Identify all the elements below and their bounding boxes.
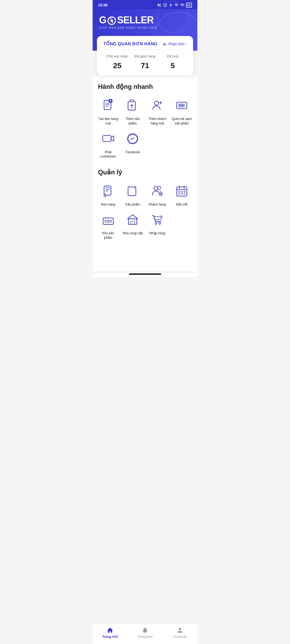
- battery-indicator: 61: [186, 3, 192, 8]
- facebook-icon: [126, 132, 139, 145]
- svg-rect-71: [129, 219, 137, 225]
- mute-icon: [157, 3, 161, 7]
- logo: G SELLER GIÚ: [99, 14, 191, 29]
- logo-o: [106, 15, 117, 25]
- reservation-button[interactable]: Đặt chỗ: [172, 182, 192, 207]
- time: 15:06: [98, 3, 108, 7]
- alarm-icon: [163, 3, 167, 7]
- add-customer-icon: [151, 99, 164, 112]
- wifi-icon: [180, 3, 184, 7]
- products-button[interactable]: Sản phẩm: [123, 182, 143, 207]
- logo-text: G SELLER GIÚ: [99, 14, 157, 29]
- stat-cancelled: Đã huỷ 5: [159, 54, 187, 70]
- svg-rect-65: [181, 193, 183, 194]
- facebook-button[interactable]: Facebook: [123, 130, 143, 159]
- reservation-icon: [175, 185, 188, 197]
- import-button[interactable]: Nhập hàng: [147, 211, 168, 240]
- main-content: Hành động nhanh Tạo đơn hàng mới: [93, 75, 197, 271]
- customers-button[interactable]: Khách hàng: [147, 182, 168, 207]
- bar-chart-icon: [162, 42, 167, 46]
- svg-marker-70: [128, 215, 138, 219]
- quick-actions-row1: Tạo đơn hàng mới Thêm sản phẩm: [98, 97, 192, 126]
- nav-account[interactable]: Tài khoản: [162, 627, 197, 639]
- stat-delivered: Đã giao hàng 71: [131, 54, 159, 70]
- supplier-button[interactable]: Nhà cung cấp: [123, 211, 143, 240]
- logo-o-svg: [106, 15, 117, 25]
- quick-actions-title: Hành động nhanh: [98, 83, 192, 90]
- add-customer-button[interactable]: Thêm khách hàng mới: [147, 97, 168, 126]
- bottom-nav: Trang chủ Thông báo Tài khoản: [93, 623, 197, 644]
- add-product-button[interactable]: Thêm sản phẩm: [123, 97, 143, 126]
- livestream-icon: [102, 132, 115, 145]
- quick-actions-row2: Phát Livestream Facebook: [98, 130, 192, 159]
- status-icons: 61: [157, 3, 192, 8]
- import-icon: [151, 213, 164, 226]
- home-indicator: [129, 273, 161, 275]
- svg-point-33: [104, 195, 105, 196]
- nav-notifications[interactable]: Thông báo: [128, 627, 162, 639]
- svg-point-48: [135, 187, 136, 188]
- add-product-icon: [126, 99, 139, 112]
- svg-rect-66: [184, 193, 185, 194]
- orders-icon: [102, 185, 115, 197]
- scan-barcode-button[interactable]: Quét mã vạch sản phẩm: [172, 97, 192, 126]
- svg-point-77: [161, 217, 161, 217]
- svg-rect-72: [131, 221, 135, 224]
- scan-barcode-icon: [175, 99, 188, 112]
- overview-header: TỔNG QUAN ĐƠN HÀNG Phân tích ›: [103, 41, 187, 50]
- svg-rect-27: [103, 136, 111, 141]
- home-icon: [107, 627, 114, 634]
- management-row1: Đơn hàng Sản phẩm: [98, 182, 192, 207]
- chevron-right-icon: ›: [185, 42, 187, 46]
- svg-rect-64: [178, 193, 180, 194]
- svg-rect-62: [181, 191, 183, 192]
- nav-home[interactable]: Trang chủ: [93, 627, 128, 639]
- supplier-icon: [126, 213, 139, 226]
- create-order-icon: [102, 99, 115, 112]
- svg-point-74: [159, 222, 161, 224]
- livestream-button[interactable]: Phát Livestream: [98, 130, 118, 159]
- analytics-button[interactable]: Phân tích ›: [162, 42, 187, 46]
- create-order-button[interactable]: Tạo đơn hàng mới: [98, 97, 118, 126]
- products-icon: [126, 185, 139, 197]
- overview-stats: Chờ xác nhận 25 Đã giao hàng 71 Đã huỷ 5: [103, 54, 187, 70]
- orders-button[interactable]: Đơn hàng: [98, 182, 118, 207]
- management-row2: Kho sản phẩm Nhà cung cấp: [98, 211, 192, 240]
- overview-card: TỔNG QUAN ĐƠN HÀNG Phân tích › Chờ xác n…: [97, 36, 193, 75]
- management-title: Quản lý: [98, 169, 192, 176]
- svg-marker-28: [111, 136, 114, 141]
- notification-icon: [142, 627, 148, 634]
- svg-point-15: [154, 101, 158, 105]
- svg-rect-61: [178, 191, 180, 192]
- status-bar: 15:06 61: [93, 0, 197, 9]
- warehouse-button[interactable]: Kho sản phẩm: [98, 211, 118, 240]
- warehouse-icon: [102, 213, 115, 226]
- signal-icon: [174, 3, 179, 7]
- svg-rect-63: [184, 191, 185, 192]
- svg-point-55: [159, 193, 162, 196]
- account-icon: [176, 627, 183, 634]
- overview-title: TỔNG QUAN ĐƠN HÀNG: [103, 41, 157, 46]
- bluetooth-icon: [169, 3, 173, 7]
- customers-icon: [151, 185, 164, 197]
- svg-point-73: [155, 222, 157, 224]
- stat-waiting: Chờ xác nhận 25: [103, 54, 131, 70]
